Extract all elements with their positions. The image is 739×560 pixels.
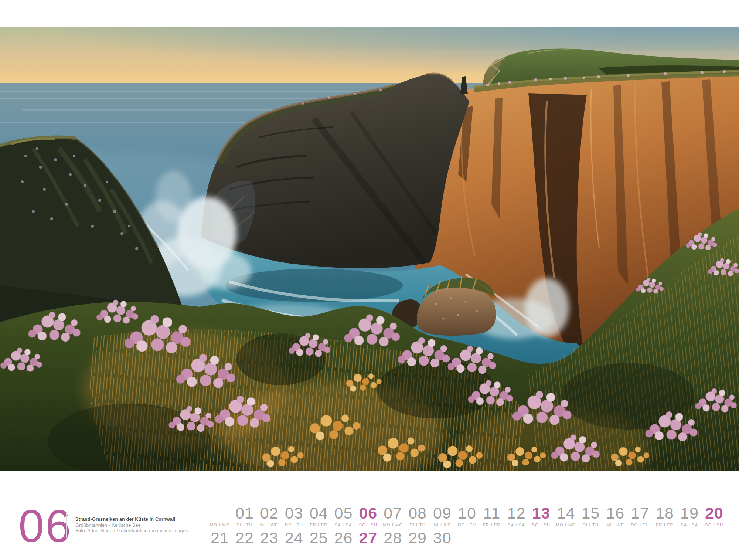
calendar-day-column-7: 06 SO I SU 27 xyxy=(356,505,380,546)
calendar-date-bottom xyxy=(628,530,652,546)
calendar-day-column-12: 11 FR I FR xyxy=(480,505,504,546)
calendar-date-top: 20 xyxy=(702,505,726,521)
calendar-day-label: MO I MO xyxy=(208,523,232,527)
calendar-date-bottom: 27 xyxy=(356,530,380,546)
calendar-day-label: DI I TU xyxy=(405,523,430,527)
calendar-date-top: 09 xyxy=(430,505,454,521)
calendar-date-bottom xyxy=(504,530,529,546)
calendar-day-column-16: 15 DI I TU xyxy=(578,505,603,546)
calendar-day-column-11: 10 DO I TH xyxy=(455,505,479,546)
calendar-day-label: DO I TH xyxy=(455,523,479,527)
calendar-day-column-9: 08 DI I TU 29 xyxy=(405,505,430,546)
calendar-day-label: MO I MO xyxy=(381,523,405,527)
calendar-date-bottom: 25 xyxy=(307,530,331,546)
calendar-day-column-20: 19 SA I SA xyxy=(677,505,702,546)
calendar-day-label: SO I SU xyxy=(529,523,554,527)
calendar-day-label: SA I SA xyxy=(677,523,702,527)
coastal-landscape-illustration xyxy=(0,27,739,471)
calendar-day-label: SO I SU xyxy=(702,523,726,527)
calendar-day-label: DO I TH xyxy=(282,523,306,527)
calendar-day-column-4: 03 DO I TH 24 xyxy=(282,505,306,546)
calendar-page: { "calendar": { "month_number": "06", "a… xyxy=(0,0,739,560)
calendar-day-label: FR I FR xyxy=(653,523,677,527)
calendar-date-bottom xyxy=(603,530,627,546)
calendar-date-bottom xyxy=(578,530,603,546)
caption-credit: Foto: Adam Burton / robertharding / maur… xyxy=(75,528,188,534)
calendar-date-top: 11 xyxy=(480,505,504,521)
calendar-date-top: 17 xyxy=(628,505,652,521)
calendar-date-top xyxy=(208,505,232,521)
calendar-day-column-13: 12 SA I SA xyxy=(504,505,529,546)
calendar-day-column-8: 07 MO I MO 28 xyxy=(381,505,405,546)
calendar-date-bottom xyxy=(480,530,504,546)
calendar-day-column-2: 01 DI I TU 22 xyxy=(232,505,257,546)
calendar-day-label: SO I SU xyxy=(356,523,380,527)
calendar-date-bottom xyxy=(529,530,554,546)
calendar-day-label: MO I MO xyxy=(554,523,578,527)
calendar-date-top: 15 xyxy=(578,505,603,521)
calendar-date-top: 02 xyxy=(257,505,282,521)
calendar-date-top: 10 xyxy=(455,505,479,521)
calendar-day-column-1: MO I MO 21 xyxy=(208,505,232,546)
calendar-date-top: 05 xyxy=(331,505,355,521)
calendar-date-top: 06 xyxy=(356,505,380,521)
calendar-date-top: 18 xyxy=(653,505,677,521)
calendar-date-top: 19 xyxy=(677,505,702,521)
calendar-photo xyxy=(0,27,739,471)
calendar-date-top: 14 xyxy=(554,505,578,521)
calendar-day-label: MI I WE xyxy=(257,523,282,527)
calendar-date-top: 04 xyxy=(307,505,331,521)
calendar-day-label: MI I WE xyxy=(603,523,627,527)
month-number: 06 xyxy=(18,503,72,549)
calendar-day-label: SA I SA xyxy=(331,523,355,527)
calendar-day-label: DI I TU xyxy=(578,523,603,527)
calendar-day-label: FR I FR xyxy=(307,523,331,527)
calendar-date-top: 01 xyxy=(232,505,257,521)
caption-title: Strand-Grasnelken an der Küste in Cornwa… xyxy=(75,517,188,523)
calendar-day-column-17: 16 MI I WE xyxy=(603,505,627,546)
calendar-day-label: MI I WE xyxy=(430,523,454,527)
calendar-date-bottom xyxy=(677,530,702,546)
calendar-day-column-5: 04 FR I FR 25 xyxy=(307,505,331,546)
photo-caption: Strand-Grasnelken an der Küste in Cornwa… xyxy=(75,517,188,534)
calendar-date-top: 03 xyxy=(282,505,306,521)
calendar-day-label: DO I TH xyxy=(628,523,652,527)
caption-subtitle: Großbritannien - Keltische See xyxy=(75,523,188,529)
calendar-date-bottom: 22 xyxy=(232,530,257,546)
calendar-date-bottom: 29 xyxy=(405,530,430,546)
calendar-date-top: 13 xyxy=(529,505,554,521)
calendar-day-column-14: 13 SO I SU xyxy=(529,505,554,546)
calendar-date-bottom xyxy=(653,530,677,546)
calendar-date-bottom: 28 xyxy=(381,530,405,546)
calendar-date-bottom xyxy=(702,530,726,546)
calendar-date-top: 07 xyxy=(381,505,405,521)
calendar-date-bottom: 23 xyxy=(257,530,282,546)
calendar-date-top: 16 xyxy=(603,505,627,521)
calendar-date-bottom: 21 xyxy=(208,530,232,546)
calendar-day-column-18: 17 DO I TH xyxy=(628,505,652,546)
caption-divider xyxy=(66,512,67,538)
calendar-date-bottom: 30 xyxy=(430,530,454,546)
calendar-date-bottom: 24 xyxy=(282,530,306,546)
calendar-date-grid: MO I MO 21 01 DI I TU 22 02 MI I WE 23 0… xyxy=(208,505,726,546)
calendar-day-label: DI I TU xyxy=(232,523,257,527)
calendar-date-top: 12 xyxy=(504,505,529,521)
calendar-day-column-6: 05 SA I SA 26 xyxy=(331,505,355,546)
calendar-day-label: SA I SA xyxy=(504,523,529,527)
calendar-day-column-10: 09 MI I WE 30 xyxy=(430,505,454,546)
calendar-day-column-15: 14 MO I MO xyxy=(554,505,578,546)
calendar-date-bottom: 26 xyxy=(331,530,355,546)
calendar-date-top: 08 xyxy=(405,505,430,521)
calendar-day-column-21: 20 SO I SU xyxy=(702,505,726,546)
calendar-day-column-3: 02 MI I WE 23 xyxy=(257,505,282,546)
calendar-day-column-19: 18 FR I FR xyxy=(653,505,677,546)
calendar-date-bottom xyxy=(455,530,479,546)
calendar-day-label: FR I FR xyxy=(480,523,504,527)
calendar-date-bottom xyxy=(554,530,578,546)
